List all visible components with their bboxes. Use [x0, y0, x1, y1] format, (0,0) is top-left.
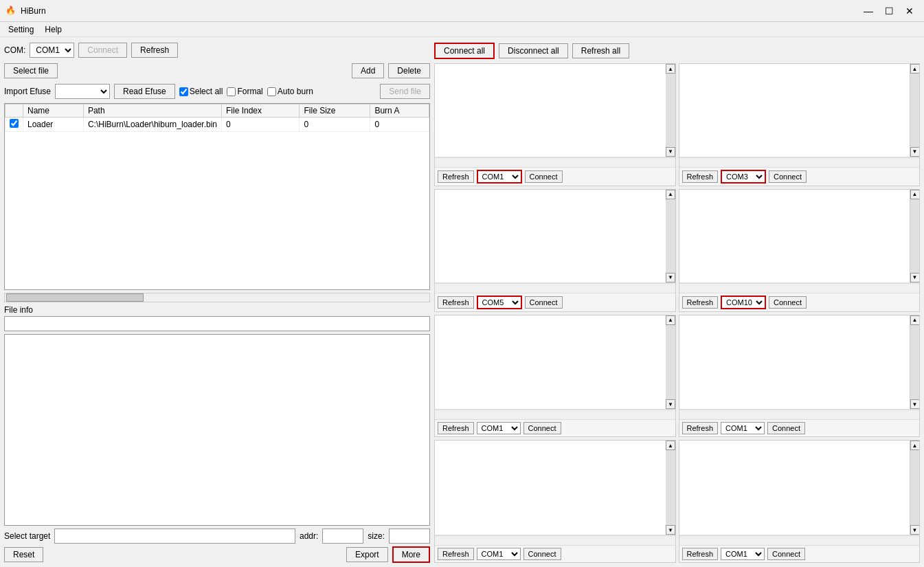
panel-com-select-3[interactable]: COM1COM2COM3COM4COM5COM10	[477, 296, 522, 309]
col-check	[5, 104, 23, 118]
select-target-label: Select target	[4, 531, 50, 541]
burn-panel-bottom-4: Refresh COM1COM2COM3COM4COM5COM10 Connec…	[679, 293, 920, 311]
refresh-button[interactable]: Refresh	[131, 43, 178, 58]
panel-refresh-btn-6[interactable]: Refresh	[682, 422, 719, 434]
col-file-index: File Index	[222, 104, 300, 118]
panel-com-select-4[interactable]: COM1COM2COM3COM4COM5COM10	[721, 296, 766, 309]
vscroll-up-1[interactable]: ▲	[666, 64, 675, 74]
col-burn-a: Burn A	[370, 104, 429, 118]
burn-text-4	[679, 190, 910, 282]
vscroll-down-5[interactable]: ▼	[666, 399, 675, 409]
panel-connect-btn-4[interactable]: Connect	[769, 296, 807, 309]
read-efuse-button[interactable]: Read Efuse	[114, 84, 175, 99]
vscroll-track-5	[666, 325, 675, 400]
file-info-input[interactable]	[4, 316, 430, 331]
refresh-all-button[interactable]: Refresh all	[572, 43, 629, 58]
more-button[interactable]: More	[392, 546, 430, 563]
select-all-label: Select all	[179, 87, 223, 96]
vscroll-4: ▲ ▼	[910, 190, 919, 282]
com-controls-row: COM: COM1 COM2 COM3 COM4 COM5 Connect Re…	[4, 41, 430, 59]
addr-input[interactable]	[322, 529, 363, 544]
vscroll-2: ▲ ▼	[910, 64, 919, 157]
vscroll-track-2	[910, 74, 920, 147]
vscroll-up-2[interactable]: ▲	[910, 64, 920, 74]
disconnect-all-button[interactable]: Disconnect all	[499, 43, 568, 58]
row-burn-a: 0	[370, 118, 429, 132]
vscroll-7: ▲ ▼	[666, 441, 675, 535]
panel-com-select-8[interactable]: COM1COM2COM3COM4COM5COM10	[721, 548, 765, 560]
auto-burn-checkbox[interactable]	[267, 87, 276, 96]
panel-com-select-5[interactable]: COM1COM2COM3COM4COM5COM10	[477, 422, 521, 434]
burn-panel-4: ▲ ▼ Refresh COM1COM2COM3COM4COM5COM10 Co…	[679, 189, 921, 312]
hscroll-thumb[interactable]	[6, 293, 144, 302]
burn-panel-7: ▲ ▼ Refresh COM1COM2COM3COM4COM5COM10 Co…	[434, 440, 676, 563]
burn-text-3	[435, 190, 666, 282]
vscroll-up-5[interactable]: ▲	[666, 315, 675, 325]
panel-refresh-btn-8[interactable]: Refresh	[682, 548, 719, 560]
panel-connect-btn-1[interactable]: Connect	[525, 170, 563, 183]
panel-connect-btn-5[interactable]: Connect	[523, 422, 561, 434]
row-checkbox[interactable]	[10, 119, 19, 128]
burn-panel-bottom-6: Refresh COM1COM2COM3COM4COM5COM10 Connec…	[679, 419, 920, 436]
send-file-button[interactable]: Send file	[380, 84, 430, 99]
vscroll-down-3[interactable]: ▼	[666, 273, 675, 282]
vscroll-up-4[interactable]: ▲	[910, 190, 920, 199]
import-efuse-select[interactable]	[55, 84, 110, 99]
close-button[interactable]: ✕	[901, 4, 919, 18]
select-all-checkbox[interactable]	[179, 87, 188, 96]
panel-refresh-btn-1[interactable]: Refresh	[438, 170, 474, 183]
burn-panel-bottom-8: Refresh COM1COM2COM3COM4COM5COM10 Connec…	[679, 545, 920, 562]
vscroll-up-7[interactable]: ▲	[666, 441, 675, 450]
select-target-input[interactable]	[54, 529, 295, 544]
panel-refresh-btn-2[interactable]: Refresh	[682, 170, 719, 183]
select-file-button[interactable]: Select file	[4, 63, 58, 78]
vscroll-up-3[interactable]: ▲	[666, 190, 675, 199]
vscroll-down-6[interactable]: ▼	[910, 399, 920, 409]
panel-connect-btn-2[interactable]: Connect	[769, 170, 807, 183]
panel-com-select-2[interactable]: COM1COM2COM3COM4COM5COM10	[721, 170, 766, 184]
panel-com-select-7[interactable]: COM1COM2COM3COM4COM5COM10	[477, 548, 521, 560]
panel-connect-btn-8[interactable]: Connect	[767, 548, 805, 560]
delete-button[interactable]: Delete	[388, 63, 430, 78]
vscroll-up-8[interactable]: ▲	[910, 441, 920, 450]
vscroll-down-4[interactable]: ▼	[910, 273, 920, 282]
size-input[interactable]	[389, 529, 430, 544]
vscroll-down-8[interactable]: ▼	[910, 525, 920, 535]
panel-refresh-btn-4[interactable]: Refresh	[682, 296, 719, 309]
panel-refresh-btn-7[interactable]: Refresh	[438, 548, 474, 560]
panel-connect-btn-3[interactable]: Connect	[525, 296, 563, 309]
formal-checkbox[interactable]	[227, 87, 236, 96]
menu-setting[interactable]: Setting	[3, 23, 39, 36]
addr-label: addr:	[300, 531, 318, 541]
vscroll-up-6[interactable]: ▲	[910, 315, 920, 325]
formal-label: Formal	[227, 87, 262, 96]
panel-refresh-btn-5[interactable]: Refresh	[438, 422, 474, 434]
panel-connect-btn-7[interactable]: Connect	[523, 548, 561, 560]
vscroll-down-2[interactable]: ▼	[910, 147, 920, 157]
connect-all-button[interactable]: Connect all	[434, 43, 495, 59]
burn-panel-log-area-2: ▲ ▼	[679, 64, 920, 157]
reset-button[interactable]: Reset	[4, 547, 43, 562]
minimize-button[interactable]: —	[859, 4, 877, 18]
com-select[interactable]: COM1 COM2 COM3 COM4 COM5	[30, 43, 74, 58]
vscroll-down-7[interactable]: ▼	[666, 525, 675, 535]
hscroll-bar[interactable]	[4, 293, 430, 302]
panel-com-select-6[interactable]: COM1COM2COM3COM4COM5COM10	[721, 422, 765, 434]
menu-help[interactable]: Help	[39, 23, 67, 36]
window-controls: — ☐ ✕	[859, 4, 919, 18]
vscroll-down-1[interactable]: ▼	[666, 147, 675, 157]
export-button[interactable]: Export	[346, 547, 388, 562]
row-file-index: 0	[222, 118, 300, 132]
panel-com-select-1[interactable]: COM1COM2COM3COM4COM5COM10	[477, 170, 522, 184]
log-area[interactable]	[4, 334, 430, 526]
burn-panel-bottom-1: Refresh COM1COM2COM3COM4COM5COM10 Connec…	[435, 167, 675, 186]
add-button[interactable]: Add	[352, 63, 384, 78]
vscroll-track-8	[910, 450, 920, 525]
burn-panel-log-area-7: ▲ ▼	[435, 441, 675, 535]
burn-text-5	[435, 315, 666, 410]
burn-panel-log-area-6: ▲ ▼	[679, 315, 920, 410]
panel-connect-btn-6[interactable]: Connect	[767, 422, 805, 434]
panel-refresh-btn-3[interactable]: Refresh	[438, 296, 474, 309]
maximize-button[interactable]: ☐	[880, 4, 898, 18]
connect-button[interactable]: Connect	[78, 43, 127, 58]
